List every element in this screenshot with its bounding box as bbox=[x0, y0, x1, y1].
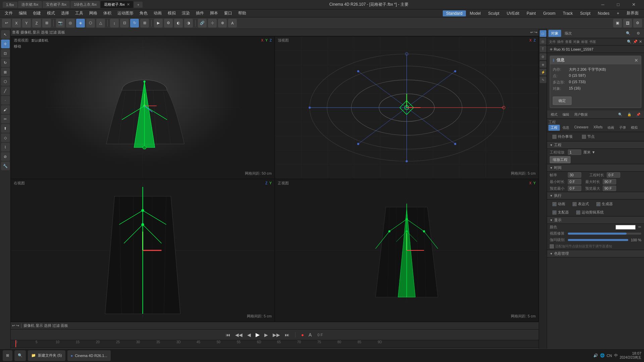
menu-edit[interactable]: 编辑 bbox=[16, 10, 30, 17]
menu-mode[interactable]: 模式 bbox=[44, 10, 58, 17]
taskbar-ime-zh[interactable]: 中 bbox=[614, 353, 618, 358]
ri-text-btn[interactable]: T bbox=[540, 46, 546, 52]
rtab-scene[interactable]: 场次 bbox=[562, 30, 575, 37]
tab-dress[interactable]: 连衣裙.fbx bbox=[18, 1, 42, 8]
nav-standard[interactable]: Standard bbox=[443, 10, 466, 16]
pb-goto-end[interactable]: ⏭ bbox=[283, 331, 291, 338]
tool-scale[interactable]: ⊡ bbox=[120, 19, 129, 27]
tool-coords[interactable]: ⊞ bbox=[42, 19, 51, 27]
exec-dom-cb[interactable] bbox=[552, 210, 556, 215]
vt-view[interactable]: 查看 bbox=[12, 30, 19, 35]
ptab-edit[interactable]: 编辑 bbox=[560, 112, 572, 118]
menu-tools[interactable]: 工具 bbox=[72, 10, 86, 17]
tab-add[interactable]: + bbox=[134, 2, 143, 8]
menu-window[interactable]: 窗口 bbox=[221, 10, 235, 17]
preview-max-input[interactable] bbox=[603, 186, 616, 191]
ptab-search2[interactable]: 🔍 bbox=[616, 112, 625, 117]
nav-nodes[interactable]: Nodes bbox=[594, 10, 613, 16]
menu-mesh[interactable]: 网格 bbox=[87, 10, 100, 17]
menu-script[interactable]: 脚本 bbox=[207, 10, 221, 17]
tab-1fbx[interactable]: 1.fbx bbox=[3, 2, 17, 8]
ri-anim-btn[interactable]: ⚡ bbox=[540, 69, 546, 75]
tool-x[interactable]: X bbox=[12, 19, 21, 27]
keyframe-ruler[interactable]: 0 5 10 15 20 25 30 35 3D 45 50 55 6D 65 … bbox=[11, 340, 539, 347]
rh-view-icon[interactable]: 查看 bbox=[565, 40, 572, 44]
gamma-adapt-cb[interactable] bbox=[550, 244, 554, 248]
tool-interactive[interactable]: ◑ bbox=[184, 19, 193, 27]
ri-material-btn[interactable]: ◈ bbox=[540, 61, 546, 68]
tool-render-settings[interactable]: ⚙ bbox=[164, 19, 173, 27]
taskbar-ime-cn[interactable]: CN bbox=[607, 354, 612, 358]
tool-poly-select[interactable]: ⬡ bbox=[1, 77, 10, 86]
tool-transform[interactable]: ⊞ bbox=[140, 19, 149, 27]
time-end-input[interactable] bbox=[607, 172, 620, 178]
viewport-right[interactable]: 右视图 CG模型主 www.CGMXW.com www.CGMXW.com CG… bbox=[11, 179, 275, 322]
nav-script[interactable]: Script bbox=[577, 10, 594, 16]
viewport-front[interactable]: 正视图 CG模型主 www.CGMXW.com www.CGMXW.com CG… bbox=[275, 179, 539, 322]
tool-dissolve[interactable]: ⊘ bbox=[1, 152, 10, 161]
menu-create[interactable]: 创建 bbox=[30, 10, 44, 17]
dialog-close-button[interactable]: ✕ bbox=[634, 58, 638, 63]
tool-scale-btn[interactable]: ⊡ bbox=[1, 49, 10, 58]
ptab-pin[interactable]: 📌 bbox=[634, 112, 643, 117]
tab-lvse[interactable]: 1绿色上衣.fbx bbox=[70, 1, 100, 8]
tool-poly[interactable]: ◈ bbox=[76, 19, 85, 27]
nav-sculpt[interactable]: Sculpt bbox=[485, 10, 502, 16]
vt-options[interactable]: 选项 bbox=[41, 30, 48, 35]
tool-snap[interactable]: 🔗 bbox=[198, 19, 207, 27]
pb-next-key[interactable]: ▶▶ bbox=[271, 331, 282, 338]
tool-camera[interactable]: 📷 bbox=[56, 19, 65, 27]
tool-edge[interactable]: △ bbox=[96, 19, 105, 27]
tool-z[interactable]: Z bbox=[32, 19, 41, 27]
vt-filter[interactable]: 过滤 bbox=[49, 30, 57, 35]
nav-paint[interactable]: Paint bbox=[523, 10, 539, 16]
tool-select[interactable]: ↖ bbox=[1, 30, 10, 39]
tool-settings-main[interactable]: ⚙ bbox=[633, 19, 642, 27]
rtab-search[interactable]: 🔍 bbox=[623, 30, 633, 37]
menu-select[interactable]: 选择 bbox=[58, 10, 72, 17]
folder-button[interactable]: 📁 新建文件夹 (5) bbox=[28, 350, 65, 361]
fps-input[interactable] bbox=[568, 172, 581, 178]
color-swatch[interactable] bbox=[615, 225, 636, 230]
cb-todo-input[interactable] bbox=[552, 135, 556, 139]
pb-record[interactable]: ● bbox=[300, 331, 306, 338]
ri-settings-btn[interactable]: ⚙ bbox=[540, 53, 546, 60]
tool-render[interactable]: ▶ bbox=[154, 19, 163, 27]
bvt-panel2[interactable]: 面板 bbox=[61, 323, 68, 328]
menu-mograph[interactable]: 运动图形 bbox=[115, 10, 136, 17]
rh-search-icon[interactable]: 🔍 bbox=[627, 40, 632, 44]
tool-snap2[interactable]: ⊹ bbox=[208, 19, 217, 27]
menu-animate[interactable]: 动画 bbox=[151, 10, 164, 17]
min-time-input[interactable] bbox=[568, 179, 581, 184]
color-edit-icon[interactable]: ✏ bbox=[638, 225, 641, 229]
bvt-redo[interactable]: ↪ bbox=[16, 323, 19, 328]
menu-file[interactable]: 文件 bbox=[2, 10, 15, 17]
menu-render[interactable]: 渲染 bbox=[179, 10, 193, 17]
vt-display[interactable]: 显示 bbox=[33, 30, 40, 35]
pt-info[interactable]: 信息 bbox=[560, 125, 572, 131]
pb-autokey[interactable]: A bbox=[307, 331, 313, 338]
menu-simulate[interactable]: 模拟 bbox=[165, 10, 178, 17]
bvt-display[interactable]: 显示 bbox=[36, 323, 43, 328]
bvt-filter2[interactable]: 过滤 bbox=[52, 323, 60, 328]
bvt-undo[interactable]: ↩ bbox=[12, 323, 15, 328]
tab-close-icon[interactable]: ✕ bbox=[127, 2, 130, 6]
taskbar-network-icon[interactable]: 🌐 bbox=[600, 353, 605, 358]
nav-uvedit[interactable]: UVEdit bbox=[503, 10, 523, 16]
menu-volume[interactable]: 体积 bbox=[101, 10, 114, 17]
menu-plugins[interactable]: 插件 bbox=[193, 10, 207, 17]
rh-bookmark-icon[interactable]: 书签 bbox=[589, 40, 596, 44]
tool-brush[interactable]: 🖌 bbox=[1, 105, 10, 114]
viewport-top[interactable]: 顶视图 CG模型主 www.CGMXW.com www.CGMXW.com CG… bbox=[275, 36, 539, 179]
pt-bullet[interactable]: 子弹 bbox=[617, 125, 628, 131]
tool-center[interactable]: ⊕ bbox=[218, 19, 227, 27]
cinema4d-taskbar-btn[interactable]: ● Cinema 4D R26.1... bbox=[67, 350, 111, 361]
nav-model[interactable]: Model bbox=[467, 10, 484, 16]
rh-plugin-icon[interactable]: 插件 bbox=[557, 40, 564, 44]
nav-track[interactable]: Track bbox=[559, 10, 576, 16]
tool-move-btn[interactable]: ✛ bbox=[1, 40, 10, 48]
nav-new-scene[interactable]: 新界面 bbox=[623, 10, 642, 17]
preview-min-input[interactable] bbox=[568, 186, 581, 191]
ri-edit-btn[interactable]: ✎ bbox=[540, 76, 546, 83]
rh-close-icon[interactable]: ✕ bbox=[639, 40, 642, 44]
